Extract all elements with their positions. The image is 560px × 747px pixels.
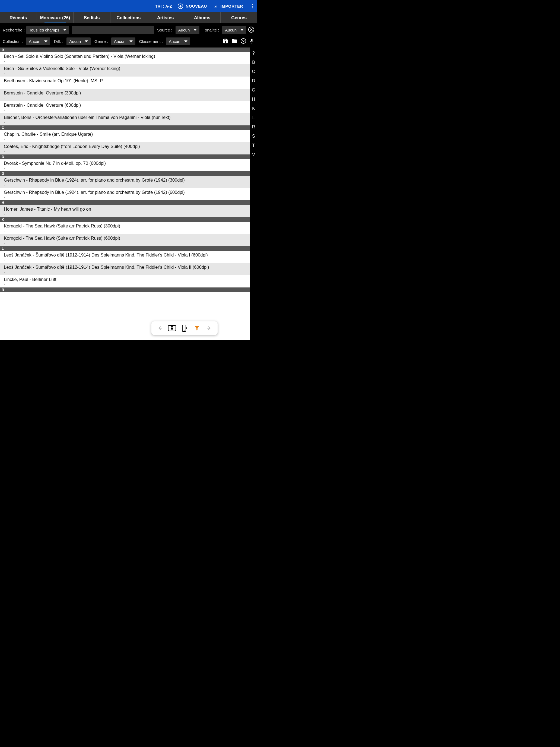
chevron-down-icon — [129, 41, 133, 42]
alpha-index-letter[interactable]: T — [252, 141, 255, 150]
chevron-down-icon — [63, 29, 66, 31]
song-subtitle: - — [4, 108, 246, 112]
song-row[interactable]: Bach - Six Suites à Violoncello Solo - V… — [0, 64, 250, 77]
song-subtitle: - — [4, 150, 246, 153]
floating-toolbar — [152, 321, 218, 335]
source-value: Aucun — [178, 28, 190, 32]
song-title: Leoš Janáček - Šumářovo dítě (1912-1914)… — [4, 265, 246, 270]
prev-button[interactable] — [155, 325, 165, 331]
close-circle-icon — [248, 26, 255, 33]
song-row[interactable]: Horner, James - Titanic - My heart will … — [0, 205, 250, 217]
tab-recents[interactable]: Récents — [0, 12, 37, 23]
dropdown-circle-button[interactable] — [240, 38, 246, 45]
tab-artists[interactable]: Artistes — [147, 12, 184, 23]
song-title: Bernstein - Candide, Overture (600dpi) — [4, 103, 246, 108]
song-subtitle: - — [4, 241, 246, 245]
song-row[interactable]: Lincke, Paul - Berliner Luft- — [0, 275, 250, 287]
search-label: Recherche : — [3, 28, 25, 32]
song-row[interactable]: Leoš Janáček - Šumářovo dítě (1912-1914)… — [0, 251, 250, 263]
tab-collections[interactable]: Collections — [110, 12, 147, 23]
song-row[interactable]: Korngold - The Sea Hawk (Suite arr Patri… — [0, 222, 250, 234]
next-button[interactable] — [204, 325, 214, 331]
tab-genres[interactable]: Genres — [220, 12, 257, 23]
song-subtitle: - — [4, 121, 246, 124]
list-container: BBach - Sei Solo à Violino Solo (Sonaten… — [0, 48, 257, 340]
rating-select[interactable]: Aucun — [166, 37, 190, 45]
lock-landscape-icon — [168, 325, 176, 331]
alpha-index-letter[interactable]: B — [252, 58, 255, 67]
tab-strip: Récents Morceaux (26) Setlists Collectio… — [0, 12, 257, 24]
chevron-down-icon — [184, 41, 187, 42]
arrow-left-icon — [157, 325, 163, 331]
mic-button[interactable] — [249, 38, 255, 45]
svg-rect-12 — [171, 328, 173, 330]
clear-filters-button[interactable] — [248, 26, 255, 34]
alpha-index-letter[interactable]: R — [252, 123, 255, 132]
funnel-icon — [194, 325, 200, 331]
source-select[interactable]: Aucun — [176, 26, 200, 34]
folder-button[interactable] — [231, 38, 238, 45]
song-title: Bernstein - Candide, Overture (300dpi) — [4, 91, 246, 96]
genre-select[interactable]: Aucun — [111, 37, 135, 45]
song-row[interactable]: Bach - Sei Solo à Violino Solo (Sonaten … — [0, 52, 250, 64]
song-title: Beethoven - Klaviersonate Op 101 (Henle)… — [4, 78, 246, 83]
chevron-down-icon — [85, 41, 88, 42]
song-title: Gerschwin - Rhapsody in Blue (1924), arr… — [4, 190, 246, 195]
song-row[interactable]: Blacher, Boris - Orchestervariationen üb… — [0, 113, 250, 125]
phone-sound-icon — [182, 325, 187, 332]
song-row[interactable]: Beethoven - Klaviersonate Op 101 (Henle)… — [0, 77, 250, 89]
collection-select[interactable]: Aucun — [26, 37, 50, 45]
alpha-index-letter[interactable]: K — [252, 104, 255, 113]
song-title: Dvorak - Symphonie Nr. 7 in d-Moll, op. … — [4, 161, 246, 166]
song-subtitle: - — [4, 271, 246, 274]
tab-albums[interactable]: Albums — [184, 12, 221, 23]
alpha-index-letter[interactable]: D — [252, 76, 255, 85]
tab-songs[interactable]: Morceaux (26) — [37, 12, 74, 23]
song-row[interactable]: Gerschwin - Rhapsody in Blue (1924), arr… — [0, 176, 250, 188]
top-bar: TRI : A-Z NOUVEAU IMPORTER — [0, 0, 257, 12]
song-row[interactable]: Leoš Janáček - Šumářovo dítě (1912-1914)… — [0, 263, 250, 275]
song-subtitle: - — [4, 196, 246, 199]
diff-select[interactable]: Aucun — [66, 37, 90, 45]
song-row[interactable]: Chaplin, Charlie - Smile (arr. Enrique U… — [0, 130, 250, 142]
section-header: L — [0, 246, 250, 251]
alpha-index-letter[interactable]: L — [252, 113, 255, 123]
chevron-down-icon — [193, 29, 197, 31]
song-title: Coates, Eric - Knightsbridge (from Londo… — [4, 144, 246, 149]
song-row[interactable]: Dvorak - Symphonie Nr. 7 in d-Moll, op. … — [0, 159, 250, 171]
song-subtitle: - — [4, 183, 246, 187]
song-row[interactable]: Bernstein - Candide, Overture (300dpi)- — [0, 89, 250, 101]
search-input[interactable] — [72, 26, 154, 34]
search-field-select[interactable]: Tous les champs — [26, 26, 69, 34]
alpha-index-letter[interactable]: V — [252, 150, 255, 159]
new-button[interactable]: NOUVEAU — [178, 3, 207, 9]
song-row[interactable]: Bernstein - Candide, Overture (600dpi)- — [0, 101, 250, 113]
alpha-index-letter[interactable]: S — [252, 132, 255, 141]
song-row[interactable]: Korngold - The Sea Hawk (Suite arr Patri… — [0, 234, 250, 246]
song-row[interactable]: Coates, Eric - Knightsbridge (from Londo… — [0, 142, 250, 154]
device-button[interactable] — [180, 325, 189, 332]
rating-value: Aucun — [169, 39, 181, 44]
sort-button[interactable]: TRI : A-Z — [155, 4, 172, 8]
alpha-index-letter[interactable]: H — [252, 95, 255, 104]
alpha-index-letter[interactable]: ? — [252, 49, 255, 58]
lock-rotation-button[interactable] — [167, 325, 177, 331]
save-button[interactable] — [222, 38, 229, 45]
alpha-index-letter[interactable]: G — [252, 85, 255, 95]
song-title: Lincke, Paul - Berliner Luft — [4, 277, 246, 282]
more-menu-button[interactable] — [249, 3, 256, 9]
filter-button[interactable] — [192, 325, 202, 331]
song-title: Gerschwin - Rhapsody in Blue (1924), arr… — [4, 178, 246, 183]
chevron-down-icon — [240, 29, 244, 31]
song-list[interactable]: BBach - Sei Solo à Violino Solo (Sonaten… — [0, 48, 250, 340]
section-header: H — [0, 200, 250, 205]
tab-setlists[interactable]: Setlists — [74, 12, 110, 23]
song-title: Bach - Sei Solo à Violino Solo (Sonaten … — [4, 54, 246, 59]
chevron-down-circle-icon — [240, 38, 246, 44]
import-button[interactable]: IMPORTER — [213, 3, 243, 9]
key-select[interactable]: Aucun — [222, 26, 246, 34]
song-row[interactable]: Gerschwin - Rhapsody in Blue (1924), arr… — [0, 188, 250, 200]
alpha-index-letter[interactable]: C — [252, 67, 255, 76]
key-label: Tonalité : — [203, 28, 219, 32]
collection-value: Aucun — [29, 39, 41, 44]
